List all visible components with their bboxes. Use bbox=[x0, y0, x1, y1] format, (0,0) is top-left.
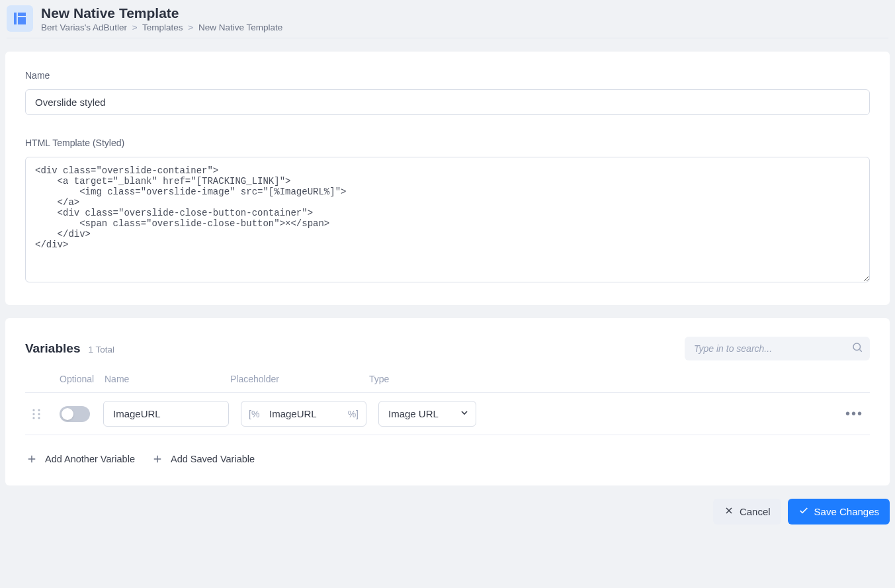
svg-point-7 bbox=[38, 413, 40, 415]
variable-type-select[interactable] bbox=[378, 401, 476, 427]
search-input[interactable] bbox=[685, 337, 870, 360]
html-template-textarea[interactable] bbox=[25, 157, 870, 282]
col-placeholder: Placeholder bbox=[230, 374, 369, 384]
cancel-button[interactable]: Cancel bbox=[713, 499, 781, 525]
col-name: Name bbox=[103, 374, 230, 384]
breadcrumb-templates[interactable]: Templates bbox=[142, 22, 183, 32]
html-template-label: HTML Template (Styled) bbox=[25, 138, 870, 148]
save-label: Save Changes bbox=[814, 506, 879, 517]
svg-point-3 bbox=[853, 343, 861, 351]
add-saved-variable-button[interactable]: Add Saved Variable bbox=[151, 452, 255, 466]
svg-point-6 bbox=[32, 413, 34, 415]
footer-actions: Cancel Save Changes bbox=[0, 485, 895, 525]
variables-search bbox=[685, 337, 870, 360]
variables-title: Variables bbox=[25, 341, 80, 356]
plus-icon bbox=[25, 452, 38, 466]
template-icon bbox=[7, 5, 33, 32]
optional-toggle[interactable] bbox=[60, 406, 90, 422]
save-button[interactable]: Save Changes bbox=[788, 499, 890, 525]
check-icon bbox=[798, 505, 809, 518]
row-more-button[interactable]: ••• bbox=[843, 403, 866, 424]
variable-name-input[interactable] bbox=[103, 401, 229, 427]
template-form-card: Name HTML Template (Styled) bbox=[5, 52, 890, 305]
variable-row: [% %] ••• bbox=[25, 393, 870, 435]
svg-point-9 bbox=[38, 417, 40, 419]
variables-card: Variables 1 Total Optional Name Placehol… bbox=[5, 318, 890, 485]
svg-rect-1 bbox=[18, 13, 26, 16]
svg-rect-2 bbox=[18, 17, 26, 24]
breadcrumb-sep: > bbox=[132, 22, 138, 32]
variables-column-headers: Optional Name Placeholder Type bbox=[25, 374, 870, 393]
col-type: Type bbox=[369, 374, 475, 384]
plus-icon bbox=[151, 452, 164, 466]
divider bbox=[7, 38, 888, 38]
page-header: New Native Template Bert Varias's AdButl… bbox=[0, 0, 895, 38]
breadcrumb: Bert Varias's AdButler > Templates > New… bbox=[41, 22, 282, 32]
svg-rect-0 bbox=[14, 13, 17, 24]
add-saved-label: Add Saved Variable bbox=[171, 454, 255, 464]
variable-placeholder-input[interactable] bbox=[241, 401, 366, 427]
breadcrumb-current[interactable]: New Native Template bbox=[198, 22, 282, 32]
svg-point-5 bbox=[38, 409, 40, 411]
page-title: New Native Template bbox=[41, 5, 282, 21]
cancel-label: Cancel bbox=[740, 506, 771, 517]
search-icon bbox=[851, 341, 863, 356]
col-optional: Optional bbox=[60, 374, 103, 384]
svg-point-4 bbox=[32, 409, 34, 411]
name-label: Name bbox=[25, 70, 870, 81]
breadcrumb-sep: > bbox=[188, 22, 193, 32]
add-another-label: Add Another Variable bbox=[45, 454, 135, 464]
name-input[interactable] bbox=[25, 89, 870, 115]
drag-handle-icon[interactable] bbox=[25, 408, 60, 420]
breadcrumb-root[interactable]: Bert Varias's AdButler bbox=[41, 22, 127, 32]
close-icon bbox=[724, 505, 734, 518]
variables-count: 1 Total bbox=[88, 345, 114, 355]
add-another-variable-button[interactable]: Add Another Variable bbox=[25, 452, 135, 466]
svg-point-8 bbox=[32, 417, 34, 419]
